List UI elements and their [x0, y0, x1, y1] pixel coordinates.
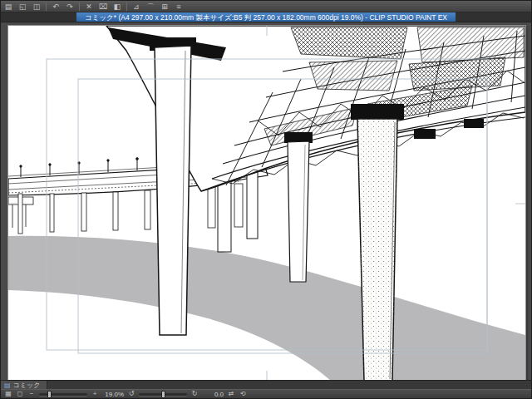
pillar-middle: [288, 141, 309, 282]
ground-shadow: [8, 236, 525, 380]
navigator-icon[interactable]: ▦: [4, 390, 12, 398]
zoom-in-icon[interactable]: +: [91, 390, 99, 398]
fit-to-screen-icon[interactable]: ◻: [16, 390, 24, 398]
rotation-slider-thumb[interactable]: [161, 391, 165, 398]
reset-view-icon[interactable]: ⟲: [239, 390, 247, 398]
toolbar-separator: [126, 2, 127, 11]
undo-icon[interactable]: ↶: [51, 2, 61, 12]
canvas-area[interactable]: [1, 22, 531, 380]
canvas-tab-label: コミック: [13, 381, 41, 390]
flip-horizontal-icon[interactable]: ⇄: [227, 390, 235, 398]
rotation-slider[interactable]: [139, 393, 187, 396]
document-title: コミック* (A4 297.00 x 210.00mm 製本サイズ:B5 判 2…: [85, 13, 447, 22]
zoom-slider-thumb[interactable]: [47, 391, 52, 398]
document-tab-strip: コミック* (A4 297.00 x 210.00mm 製本サイズ:B5 判 2…: [1, 12, 531, 22]
canvas-tab-strip: ▤ コミック: [1, 380, 531, 389]
deselect-icon[interactable]: ⌧: [98, 2, 108, 12]
delete-icon[interactable]: ✕: [84, 2, 94, 12]
page-icon[interactable]: ▤: [3, 2, 13, 12]
fill-icon[interactable]: ◧: [112, 2, 122, 12]
toolbar-separator: [79, 2, 80, 11]
save-icon[interactable]: ◫: [32, 2, 42, 12]
zoom-out-icon[interactable]: −: [27, 390, 36, 398]
clip-studio-paint-window: ▤ ◱ ◫ ↶ ↷ ✕ ⌧ ◧ ⊿ ⌒ ⊞ ≡ コミック* (A4 297.00…: [0, 0, 532, 399]
command-bar: ▤ ◱ ◫ ↶ ↷ ✕ ⌧ ◧ ⊿ ⌒ ⊞ ≡: [1, 1, 531, 12]
zoom-slider[interactable]: [39, 393, 87, 396]
open-icon[interactable]: ◱: [17, 2, 27, 12]
pillar-left: [155, 46, 191, 335]
toolbar-separator: [46, 2, 47, 11]
status-bar: ▦ ◻ − + 19.0% ↺ ↻ 0.0 ⇄ ⟲: [1, 389, 531, 398]
rotate-right-icon[interactable]: ↻: [190, 390, 199, 398]
redo-icon[interactable]: ↷: [65, 2, 75, 12]
rotate-left-icon[interactable]: ↺: [127, 390, 135, 398]
snap-ruler-icon[interactable]: ⊿: [131, 2, 141, 12]
document-tab[interactable]: コミック* (A4 297.00 x 210.00mm 製本サイズ:B5 判 2…: [76, 12, 456, 22]
page-icon: ▤: [4, 382, 11, 389]
canvas-page[interactable]: [8, 26, 525, 380]
settings-icon[interactable]: ≡: [174, 2, 184, 12]
rotation-value: 0.0: [202, 391, 224, 398]
snap-grid-icon[interactable]: ⊞: [160, 2, 170, 12]
canvas-tab-comic[interactable]: ▤ コミック: [1, 381, 47, 389]
snap-special-ruler-icon[interactable]: ⌒: [145, 2, 155, 12]
zoom-value: 19.0%: [102, 391, 124, 398]
pillar-cap: [351, 104, 404, 120]
canvas-artwork[interactable]: [8, 26, 525, 380]
